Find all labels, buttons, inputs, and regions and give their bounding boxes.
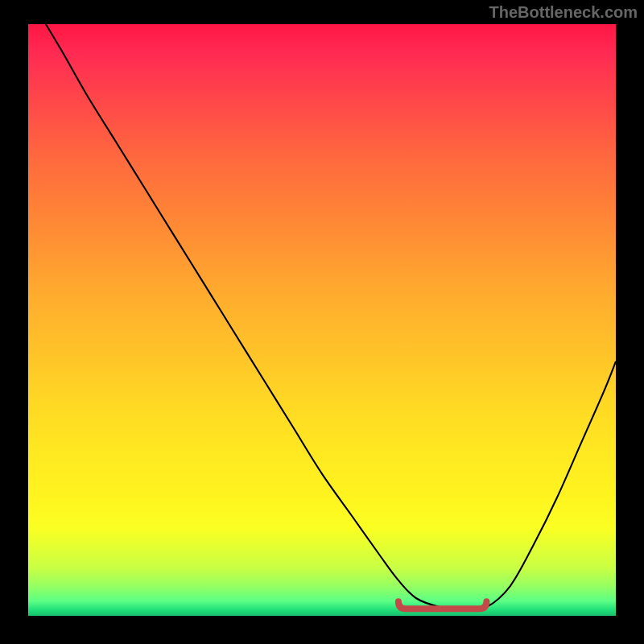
valley-highlight xyxy=(398,601,487,609)
plot-area xyxy=(28,24,616,616)
chart-container: TheBottleneck.com xyxy=(0,0,644,644)
bottleneck-curve xyxy=(46,24,616,610)
curve-layer xyxy=(28,24,616,616)
watermark-text: TheBottleneck.com xyxy=(489,3,638,22)
